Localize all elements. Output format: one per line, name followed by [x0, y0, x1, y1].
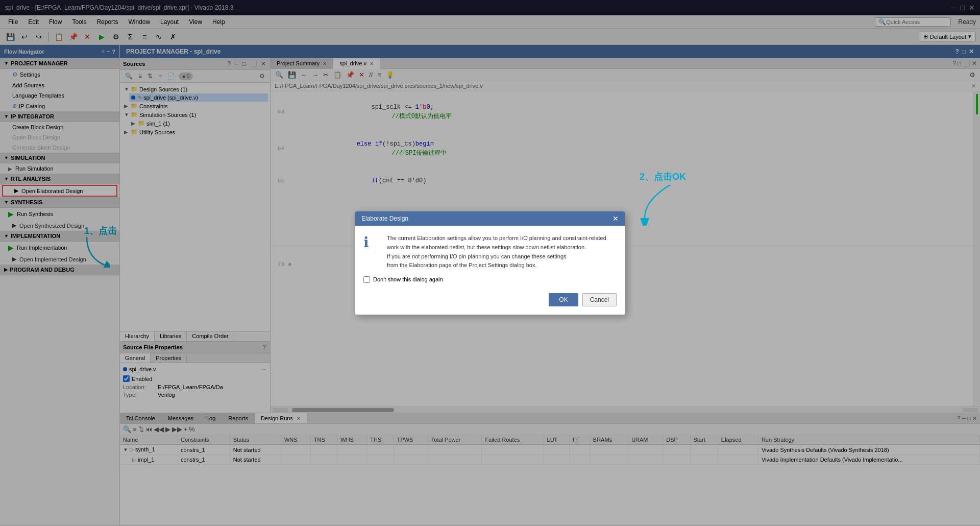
- dialog-info-row: ℹ The current Elaboration settings allow…: [363, 234, 617, 270]
- dialog-title-label: Elaborate Design: [361, 215, 408, 222]
- dont-show-label: Don't show this dialog again: [373, 276, 443, 282]
- dialog-overlay: Elaborate Design ✕ ℹ The current Elabora…: [0, 0, 980, 526]
- dialog-checkbox-row: Don't show this dialog again: [363, 276, 617, 283]
- dialog-msg-line4: from the Elaboration page of the Project…: [387, 262, 537, 268]
- dialog-msg-line3: If you are not performing I/O pin planni…: [387, 253, 567, 259]
- dont-show-checkbox[interactable]: [363, 276, 370, 283]
- elaborate-design-dialog: Elaborate Design ✕ ℹ The current Elabora…: [355, 211, 625, 315]
- dialog-close-icon[interactable]: ✕: [612, 214, 619, 223]
- dialog-ok-button[interactable]: OK: [549, 293, 578, 306]
- dialog-buttons: OK Cancel: [363, 288, 617, 306]
- dialog-title-bar: Elaborate Design ✕: [355, 211, 625, 226]
- annotation-arrow-svg: [640, 185, 680, 226]
- dialog-info-icon: ℹ: [363, 234, 382, 270]
- dialog-cancel-button[interactable]: Cancel: [582, 293, 617, 306]
- dialog-body: ℹ The current Elaboration settings allow…: [355, 226, 625, 314]
- annotation-text: 2、点击OK: [640, 172, 686, 182]
- annotation-ok-hint: 2、点击OK: [640, 171, 686, 226]
- dialog-msg-line1: The current Elaboration settings allow y…: [387, 235, 606, 241]
- dialog-message: The current Elaboration settings allow y…: [387, 234, 617, 270]
- dialog-msg-line2: work with the elaborated netlist, but th…: [387, 244, 586, 250]
